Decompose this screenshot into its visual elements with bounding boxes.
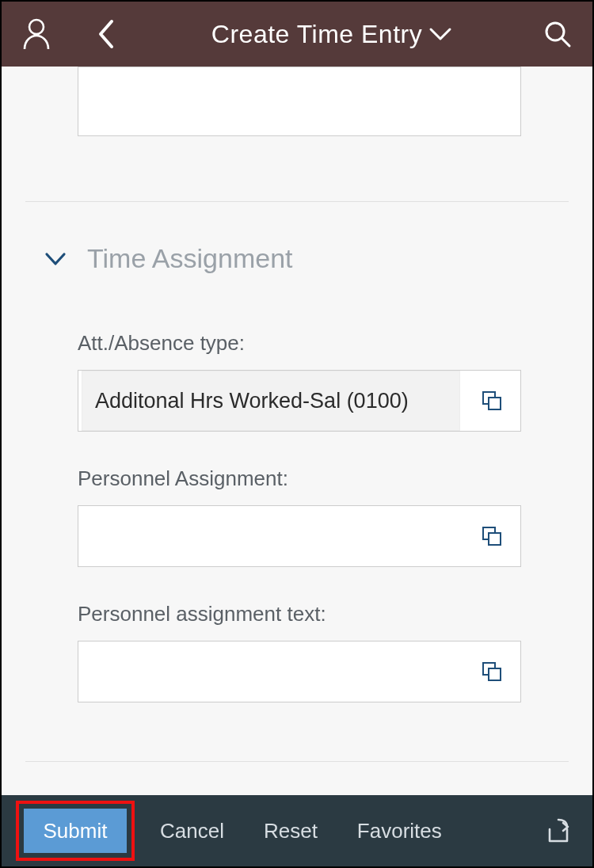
- att-absence-type-input[interactable]: [95, 389, 447, 413]
- content-area: Time Assignment Att./Absence type:: [2, 67, 592, 795]
- field-label: Personnel Assignment:: [78, 466, 569, 491]
- svg-point-0: [29, 20, 44, 34]
- page-title: Create Time Entry: [211, 20, 422, 49]
- favorites-button[interactable]: Favorites: [348, 809, 451, 853]
- chevron-down-icon: [44, 252, 67, 266]
- tutorial-highlight: Submit: [21, 805, 130, 856]
- svg-point-1: [546, 23, 564, 40]
- field-personnel-assignment: Personnel Assignment:: [78, 466, 569, 567]
- svg-rect-7: [489, 668, 501, 680]
- previous-field[interactable]: [78, 67, 520, 135]
- personnel-assignment-text-input[interactable]: [91, 660, 451, 684]
- personnel-assignment-input[interactable]: [91, 524, 451, 549]
- submit-button[interactable]: Submit: [24, 809, 127, 853]
- search-button[interactable]: [537, 20, 578, 48]
- footer-toolbar: Submit Cancel Reset Favorites: [2, 795, 592, 866]
- field-label: Personnel assignment text:: [78, 602, 569, 626]
- value-help-button[interactable]: [463, 506, 520, 566]
- field-att-absence-type: Att./Absence type:: [78, 331, 569, 432]
- time-assignment-form: Att./Absence type: Personnel Assignment:: [2, 315, 592, 737]
- app-header: Create Time Entry: [2, 2, 592, 67]
- section-divider: [25, 761, 569, 762]
- share-button[interactable]: [543, 809, 573, 853]
- personnel-assignment-text-input-group: [78, 641, 521, 702]
- profile-button[interactable]: [16, 18, 57, 50]
- att-absence-type-input-group: [78, 370, 521, 432]
- value-help-button[interactable]: [463, 641, 520, 702]
- field-label: Att./Absence type:: [78, 331, 569, 356]
- field-personnel-assignment-text: Personnel assignment text:: [78, 602, 569, 702]
- value-help-button[interactable]: [463, 371, 520, 431]
- svg-rect-5: [489, 533, 501, 545]
- reset-button[interactable]: Reset: [254, 809, 327, 853]
- personnel-assignment-input-group: [78, 505, 521, 567]
- chevron-down-icon: [428, 27, 452, 41]
- page-title-dropdown[interactable]: Create Time Entry: [127, 20, 537, 49]
- section-header-time-assignment[interactable]: Time Assignment: [2, 202, 592, 315]
- cancel-button[interactable]: Cancel: [150, 809, 234, 853]
- section-title: Time Assignment: [87, 243, 293, 274]
- back-button[interactable]: [86, 18, 127, 50]
- previous-field-input[interactable]: [78, 67, 521, 136]
- svg-rect-3: [489, 398, 501, 409]
